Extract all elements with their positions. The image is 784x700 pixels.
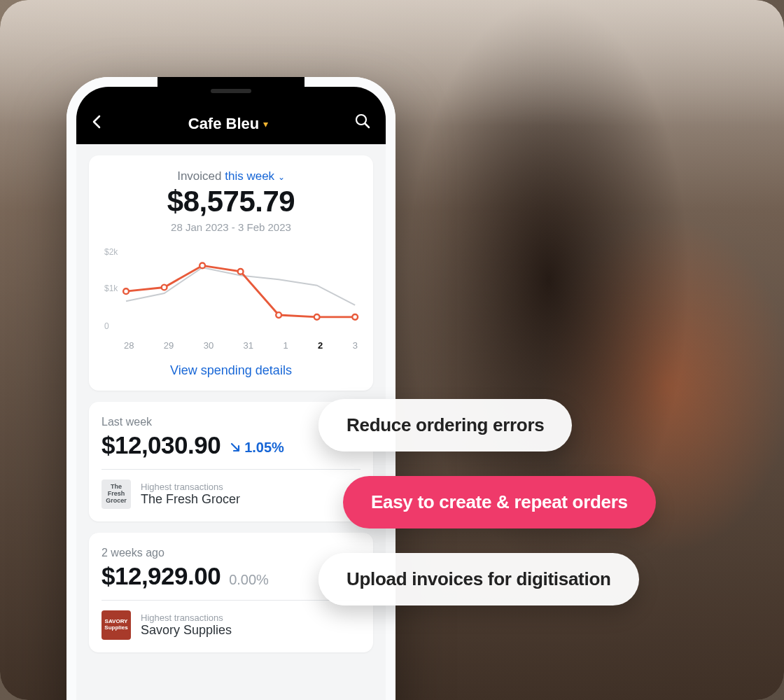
highest-transactions-label: Highest transactions xyxy=(141,482,240,492)
venue-selector[interactable]: Cafe Bleu ▾ xyxy=(188,115,268,133)
period-amount: $12,929.00 xyxy=(102,562,220,590)
period-label: 2 weeks ago xyxy=(102,547,360,559)
invoiced-card: Invoiced this week ⌄ $8,575.79 28 Jan 20… xyxy=(89,155,373,391)
feature-pill-reduce-errors: Reduce ordering errors xyxy=(318,399,572,451)
supplier-logo: SAVORYSupplies xyxy=(102,610,131,640)
divider xyxy=(102,600,360,601)
chart-x-ticks: 28293031123 xyxy=(124,340,358,351)
invoiced-label-prefix: Invoiced xyxy=(177,169,225,183)
feature-pill-upload-invoices: Upload invoices for digitisation xyxy=(318,553,639,606)
period-delta: 0.00% xyxy=(229,572,269,588)
svg-line-1 xyxy=(365,124,369,128)
highest-transaction-row: SAVORYSupplies Highest transactions Savo… xyxy=(102,610,360,640)
svg-point-5 xyxy=(238,269,244,274)
feature-pill-repeat-orders: Easy to create & repeat orders xyxy=(343,476,656,528)
search-icon xyxy=(355,113,370,129)
supplier-logo: TheFreshGrocer xyxy=(102,479,131,509)
invoiced-period-selector[interactable]: Invoiced this week ⌄ xyxy=(102,169,360,183)
phone-notch xyxy=(158,77,304,102)
phone-screen: Cafe Bleu ▾ Invoiced this week ⌄ $8,575.… xyxy=(76,87,386,700)
arrow-down-right-icon xyxy=(229,441,241,454)
svg-point-4 xyxy=(200,263,205,269)
supplier-name: Savory Supplies xyxy=(141,623,232,638)
supplier-name: The Fresh Grocer xyxy=(141,492,240,507)
period-delta: 1.05% xyxy=(229,440,284,456)
spending-chart[interactable]: $2k $1k 0 28293031123 xyxy=(102,246,360,351)
invoiced-period: this week xyxy=(225,169,274,183)
highest-transaction-row: TheFreshGrocer Highest transactions The … xyxy=(102,479,360,509)
venue-title: Cafe Bleu xyxy=(188,115,259,133)
period-amount: $12,030.90 xyxy=(102,431,220,459)
invoiced-amount: $8,575.79 xyxy=(102,185,360,218)
chevron-down-icon: ⌄ xyxy=(278,172,285,182)
highest-transactions-label: Highest transactions xyxy=(141,612,232,623)
svg-point-3 xyxy=(162,285,167,290)
svg-point-6 xyxy=(276,312,281,318)
svg-point-7 xyxy=(314,314,320,320)
invoiced-date-range: 28 Jan 2023 - 3 Feb 2023 xyxy=(102,221,360,233)
chevron-down-icon: ▾ xyxy=(263,118,268,130)
search-button[interactable] xyxy=(355,113,370,133)
svg-point-2 xyxy=(123,288,129,294)
chevron-left-icon xyxy=(92,115,102,129)
svg-point-8 xyxy=(352,314,358,320)
back-button[interactable] xyxy=(92,115,102,133)
chart-svg xyxy=(102,246,360,348)
view-spending-details-link[interactable]: View spending details xyxy=(102,363,360,378)
phone-mockup: Cafe Bleu ▾ Invoiced this week ⌄ $8,575.… xyxy=(66,77,396,700)
divider xyxy=(102,469,360,470)
